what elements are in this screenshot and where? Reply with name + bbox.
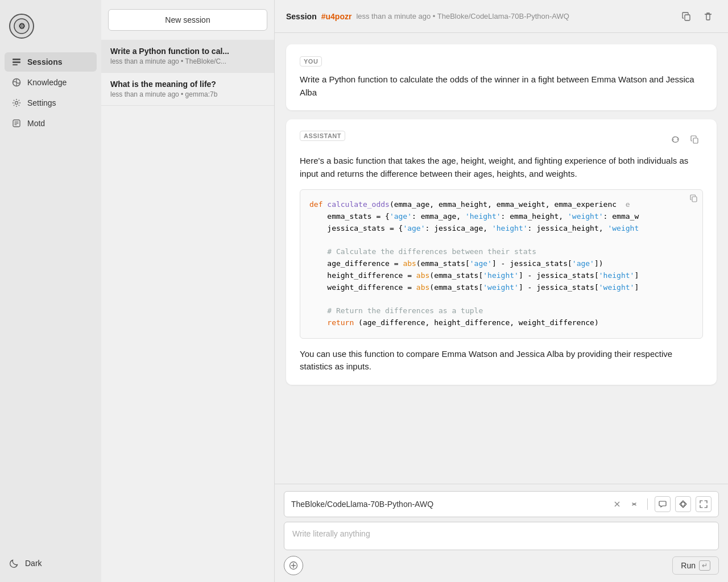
code-copy-button[interactable] [690,194,698,202]
clear-model-button[interactable] [611,498,623,510]
model-name: TheBloke/CodeLlama-70B-Python-AWQ [291,500,433,509]
run-label: Run [681,561,696,570]
code-block: def calculate_odds(emma_age, emma_height… [300,189,703,339]
sidebar-item-knowledge[interactable]: Knowledge [5,73,97,92]
model-selector: TheBloke/CodeLlama-70B-Python-AWQ [284,491,719,517]
code-content: def calculate_odds(emma_age, emma_height… [309,199,693,329]
svg-rect-4 [13,64,18,65]
svg-rect-12 [685,15,690,20]
svg-rect-14 [692,197,697,202]
session-info: Session #u4pozr less than a minute ago •… [286,12,569,21]
attach-button[interactable] [284,556,303,575]
motd-icon [11,118,22,128]
assistant-header: ASSISTANT [300,131,703,148]
svg-rect-2 [13,59,20,60]
assistant-message-card: ASSISTANT [286,119,717,385]
svg-rect-3 [13,61,20,63]
delete-session-button[interactable] [700,8,717,25]
enter-icon: ↵ [699,560,710,571]
sidebar-item-settings[interactable]: Settings [5,93,97,113]
assistant-intro-text: Here's a basic function that takes the a… [300,155,703,180]
header-actions [678,8,717,25]
user-message-text: Write a Python function to calculate the… [300,73,703,99]
session-meta: less than a minute ago • gemma:7b [110,90,265,98]
assistant-role-label: ASSISTANT [300,131,345,141]
assistant-outro-text: You can use this function to compare Emm… [300,348,703,373]
svg-text:⚙: ⚙ [18,22,26,31]
message-input[interactable]: Write literally anything [284,522,719,550]
session-id: #u4pozr [321,12,352,21]
sidebar-item-motd[interactable]: Motd [5,114,97,133]
chat-messages: YOU Write a Python function to calculate… [275,33,728,484]
sidebar-nav: Sessions Knowledge Settings [0,52,101,133]
list-item[interactable]: Write a Python function to cal... less t… [101,40,274,73]
model-chevron-button[interactable] [628,498,640,510]
chat-mode-button[interactable] [655,496,671,512]
copy-message-button[interactable] [686,131,703,148]
sidebar-item-sessions[interactable]: Sessions [5,52,97,72]
session-title: What is the meaning of life? [110,80,265,89]
sessions-panel: New session Write a Python function to c… [101,0,275,582]
app-logo: ⚙ [9,14,34,39]
svg-rect-13 [693,138,698,143]
user-message-card: YOU Write a Python function to calculate… [286,44,717,110]
sessions-label: Sessions [27,57,62,66]
assistant-actions [667,131,703,148]
dark-label: Dark [25,559,42,568]
session-meta: less than a minute ago • TheBloke/C... [110,57,265,65]
input-area: TheBloke/CodeLlama-70B-Python-AWQ [275,484,728,582]
logo-area: ⚙ [0,9,101,52]
session-meta-header: less than a minute ago • TheBloke/CodeLl… [356,12,569,20]
knowledge-label: Knowledge [27,78,67,87]
regenerate-button[interactable] [667,131,684,148]
sessions-icon [11,57,22,67]
input-bottom-bar: Run ↵ [284,556,719,575]
moon-icon [9,558,19,568]
chat-header: Session #u4pozr less than a minute ago •… [275,0,728,33]
copy-session-button[interactable] [678,8,695,25]
settings-mode-button[interactable] [675,496,691,512]
settings-icon [11,98,22,108]
list-item[interactable]: What is the meaning of life? less than a… [101,73,274,106]
sidebar: ⚙ Sessions Knowledge [0,0,101,582]
motd-label: Motd [27,119,45,128]
settings-label: Settings [27,98,56,107]
model-right-section [611,496,712,512]
main-area: Session #u4pozr less than a minute ago •… [275,0,728,582]
knowledge-icon [11,77,22,88]
expand-button[interactable] [696,496,712,512]
input-left-actions [284,556,303,575]
input-placeholder: Write literally anything [292,529,370,538]
new-session-button[interactable]: New session [108,9,267,31]
run-button[interactable]: Run ↵ [672,556,719,575]
user-role-label: YOU [300,56,322,66]
session-title: Write a Python function to cal... [110,47,265,56]
svg-point-7 [15,102,18,105]
dark-mode-toggle[interactable]: Dark [0,554,101,573]
session-label: Session [286,12,317,21]
input-right-actions: Run ↵ [672,556,719,575]
